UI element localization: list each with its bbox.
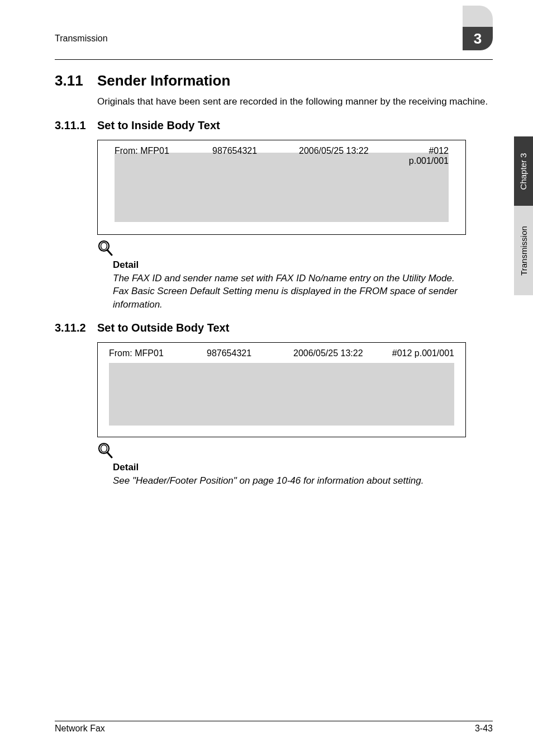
svg-line-2 [107,250,112,255]
side-chapter-tab: Chapter 3 Transmission [514,136,533,295]
fax-from-2: From: MFP01 [109,348,207,358]
running-head-text: Transmission [55,34,108,44]
fax-preview-outside: From: MFP01 987654321 2006/05/25 13:22 #… [97,342,466,437]
chapter-corner-tab: 3 [463,27,493,50]
magnifier-icon [97,442,114,459]
section-title: Sender Information [97,72,230,89]
subsection1-title: Set to Inside Body Text [97,119,220,132]
side-tab-section: Transmission [519,226,529,276]
svg-point-4 [101,445,107,452]
fax-header-outside: From: MFP01 987654321 2006/05/25 13:22 #… [109,348,454,358]
section-intro: Originals that have been sent are record… [97,95,493,109]
section-number: 3.11 [55,72,87,89]
fax-preview-inside: From: MFP01 987654321 2006/05/25 13:22 #… [97,140,466,235]
fax-from: From: MFP01 [115,146,212,166]
subsection2-number: 3.11.2 [55,322,89,334]
chapter-number: 3 [474,30,482,48]
detail-text-1: The FAX ID and sender name set with FAX … [113,272,470,311]
subsection1-number: 3.11.1 [55,119,89,132]
side-tab-chapter: Chapter 3 [519,153,529,190]
fax-datetime: 2006/05/25 13:22 [299,146,397,166]
fax-page-2: #012 p.001/001 [391,348,454,358]
footer-rule [55,721,493,721]
footer-right: 3-43 [475,724,493,734]
footer-left: Network Fax [55,724,105,734]
svg-point-1 [101,242,107,249]
fax-id-2: 987654321 [207,348,293,358]
detail-label-1: Detail [113,259,493,271]
svg-line-5 [107,452,112,457]
subsection2-title: Set to Outside Body Text [97,322,229,334]
fax-page: #012 p.001/001 [397,146,449,166]
fax-datetime-2: 2006/05/25 13:22 [293,348,391,358]
fax-header-inside: From: MFP01 987654321 2006/05/25 13:22 #… [115,146,449,166]
detail-text-2: See "Header/Footer Position" on page 10-… [113,474,470,488]
fax-body-area-2 [109,363,454,426]
fax-id: 987654321 [212,146,299,166]
magnifier-icon [97,239,114,256]
detail-label-2: Detail [113,462,493,473]
header-rule [55,59,493,60]
